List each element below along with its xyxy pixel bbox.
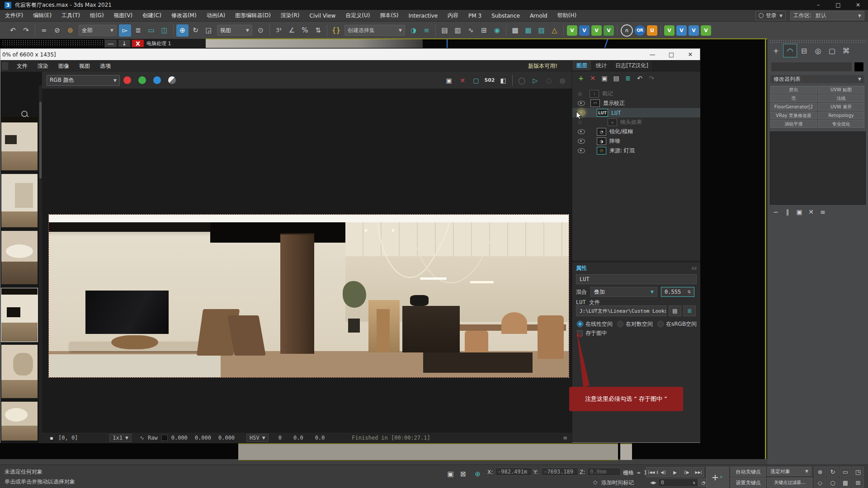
menu-pm3[interactable]: PM 3 bbox=[463, 13, 486, 19]
zoom-extents-all-button[interactable]: ⊞ bbox=[852, 478, 864, 488]
history-thumbnail[interactable] bbox=[1, 345, 38, 398]
vfb-clear-image-button[interactable]: ✕ bbox=[457, 75, 468, 86]
y-coordinate-field[interactable]: -7693.189 bbox=[541, 468, 578, 476]
vfb-minimize-button[interactable]: — bbox=[643, 49, 662, 60]
bind-spacewarp-button[interactable]: ⊚ bbox=[64, 24, 76, 37]
visibility-eye-icon[interactable] bbox=[578, 129, 585, 134]
zoom-button[interactable]: ◇ bbox=[814, 478, 826, 488]
layer-row-lens-effects[interactable]: ⊘ + 镜头效果 bbox=[572, 117, 700, 127]
vfb-render-last-button[interactable]: ◎ bbox=[557, 75, 568, 86]
tab-create[interactable]: + bbox=[769, 44, 783, 57]
workspace-dropdown[interactable]: 工作区: 默认 ▼ bbox=[790, 11, 864, 20]
tab-layers[interactable]: 图层 bbox=[572, 61, 592, 70]
hsv-dropdown[interactable]: HSV▼ bbox=[246, 434, 269, 442]
edit-named-selection-button[interactable]: {} bbox=[330, 24, 342, 37]
history-thumbnail[interactable] bbox=[1, 402, 38, 441]
qr-code-button[interactable]: QR bbox=[635, 25, 645, 36]
menu-graph-editors[interactable]: 图形编辑器(D) bbox=[230, 12, 276, 19]
vfb-compare-ab-button[interactable]: ◧ bbox=[497, 75, 509, 86]
headphones-support-button[interactable]: ∩ bbox=[621, 24, 633, 37]
u-plugin-button[interactable]: U bbox=[647, 25, 657, 36]
layers-list-menu-button[interactable]: ≣ bbox=[622, 73, 634, 84]
vfb-stamp-button[interactable]: 502 bbox=[484, 75, 495, 86]
layer-row-stamp[interactable]: ⊘ i 戳记 bbox=[572, 89, 700, 99]
properties-collapse-icon[interactable]: ▭ bbox=[692, 265, 697, 271]
menu-modifiers[interactable]: 修改器(M) bbox=[166, 12, 202, 19]
delete-layer-button[interactable]: ✕ bbox=[587, 73, 599, 84]
tab-log[interactable]: 日志[TZ汉化] bbox=[611, 61, 653, 70]
menu-scripting[interactable]: 脚本(S) bbox=[375, 12, 403, 19]
layer-row-lut[interactable]: LUT LUT bbox=[572, 108, 700, 117]
material-editor-button[interactable]: ◉ bbox=[491, 24, 503, 37]
selection-lock-button[interactable]: ⊠ bbox=[457, 468, 469, 480]
menu-content[interactable]: 内容 bbox=[443, 12, 463, 19]
select-scale-button[interactable]: ◲ bbox=[203, 24, 215, 37]
vfb-update-notice[interactable]: 新版本可用! bbox=[528, 62, 557, 70]
vray-toolbar-button[interactable]: V bbox=[567, 25, 577, 36]
blend-mode-dropdown[interactable]: 叠加▼ bbox=[590, 287, 657, 297]
modifier-button-retopology[interactable]: Retopology bbox=[818, 112, 864, 119]
vfb-maximize-button[interactable]: □ bbox=[662, 49, 681, 60]
render-warning-button[interactable]: △ bbox=[548, 24, 561, 37]
modifier-button-unwrap-uvw[interactable]: UVW 展开 bbox=[818, 103, 864, 111]
radio-srgb-space[interactable] bbox=[657, 321, 664, 327]
vfb-menu-file[interactable]: 文件 bbox=[12, 62, 33, 70]
add-time-tag[interactable]: 添加时间标记 bbox=[601, 479, 634, 487]
bg-window-minimize-button[interactable]: — bbox=[105, 40, 117, 47]
select-rotate-button[interactable]: ↻ bbox=[189, 24, 202, 37]
history-thumbnail[interactable] bbox=[1, 117, 38, 170]
properties-splitter[interactable] bbox=[572, 261, 700, 263]
layer-row-sharpen-blur[interactable]: ◔ 锐化/模糊 bbox=[572, 127, 700, 136]
go-to-end-button[interactable]: ▶▶| bbox=[693, 467, 704, 477]
show-end-result-button[interactable]: ∥ bbox=[782, 206, 793, 217]
vfb-title-bar[interactable]: 0% of 6600 x 1435] — □ ✕ bbox=[0, 49, 700, 60]
vray-gpu-button[interactable]: V bbox=[604, 25, 614, 36]
lut-file-path-field[interactable]: J:\LUT文件\Linear\Custom Looks\3D bbox=[576, 305, 666, 316]
blend-amount-spinner[interactable]: 0.555⇅ bbox=[661, 287, 694, 297]
window-crossing-button[interactable]: ◫ bbox=[158, 24, 170, 37]
tab-stats[interactable]: 统计 bbox=[592, 61, 611, 70]
render-setup-button[interactable]: ▩ bbox=[509, 24, 521, 37]
layer-row-display-correction[interactable]: ◠ 显示校正 bbox=[572, 99, 700, 108]
menu-group[interactable]: 组(G) bbox=[85, 12, 109, 19]
select-object-button[interactable]: ▻ bbox=[119, 24, 131, 37]
window-maximize-button[interactable]: □ bbox=[828, 0, 848, 10]
auto-key-button[interactable]: 自动关键点 bbox=[731, 467, 766, 477]
sign-in-dropdown[interactable]: 登录 ▼ bbox=[755, 11, 786, 20]
menu-views[interactable]: 视图(V) bbox=[109, 12, 138, 19]
menu-civil-view[interactable]: Civil View bbox=[305, 13, 341, 19]
vfb-ipr-button[interactable]: ▷ bbox=[529, 75, 541, 86]
menu-interactive[interactable]: Interactive bbox=[403, 13, 443, 19]
window-minimize-button[interactable]: – bbox=[808, 0, 828, 10]
selection-filter-dropdown[interactable]: 全部▼ bbox=[79, 25, 117, 36]
render-production-button[interactable]: ▨ bbox=[535, 24, 547, 37]
object-color-swatch[interactable] bbox=[854, 62, 864, 72]
menu-edit[interactable]: 编辑(E) bbox=[28, 12, 57, 19]
tab-hierarchy[interactable]: ⊟ bbox=[797, 44, 811, 57]
vfb-info-menu-icon[interactable]: ≡ bbox=[563, 435, 567, 441]
reference-coordinate-dropdown[interactable]: 视图▼ bbox=[217, 25, 252, 36]
vfb-zoom-dropdown[interactable]: 1x1▼ bbox=[109, 434, 132, 442]
vfb-menu-options[interactable]: 选项 bbox=[95, 62, 116, 70]
add-layer-button[interactable]: + bbox=[575, 73, 587, 84]
spinner-snap-button[interactable]: ⇅ bbox=[312, 24, 324, 37]
next-frame-button[interactable]: ||▶ bbox=[681, 467, 692, 477]
modifier-button-floorgenerator[interactable]: FloorGenerator[2 bbox=[770, 103, 817, 111]
remove-modifier-button[interactable]: ✕ bbox=[805, 206, 817, 217]
modifier-list-dropdown[interactable]: 修改器列表 ▼ bbox=[770, 75, 865, 84]
angle-snap-button[interactable]: ∠ bbox=[286, 24, 298, 37]
visibility-eye-icon[interactable] bbox=[578, 139, 585, 144]
orbit-view-button[interactable]: ↻ bbox=[827, 467, 839, 477]
named-selection-set-dropdown[interactable]: 创建选择集▼ bbox=[344, 25, 405, 36]
vray-plugin-button-2[interactable]: V bbox=[676, 25, 687, 36]
radio-log-space[interactable] bbox=[617, 321, 623, 327]
zoom-all-button[interactable]: ○ bbox=[827, 478, 839, 488]
unlink-selection-button[interactable]: ⊘ bbox=[51, 24, 63, 37]
zoom-extents-button[interactable]: ▦ bbox=[840, 478, 851, 488]
vfb-image-area[interactable] bbox=[42, 89, 572, 432]
maximize-viewport-button[interactable]: ◳ bbox=[852, 467, 864, 477]
vray-plugin-button-4[interactable]: V bbox=[701, 25, 711, 36]
history-thumbnail[interactable] bbox=[1, 174, 38, 227]
x-coordinate-field[interactable]: -982.491m bbox=[495, 468, 532, 476]
vray-ipr-button[interactable]: V bbox=[591, 25, 602, 36]
